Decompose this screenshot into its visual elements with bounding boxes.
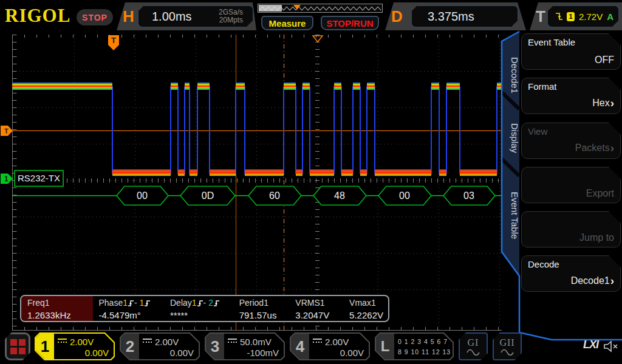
measurement-value: 5.2262V [349, 310, 383, 320]
rising-edge-icon [213, 299, 220, 307]
channel-offset: -100mV [228, 348, 279, 360]
channel-3-number: 3 [206, 334, 224, 359]
measurement-value: 3.2047V [295, 310, 338, 320]
measurement-vmax[interactable]: Vmax1 5.2262V [343, 296, 388, 321]
measurement-label: Vmax1 [349, 298, 383, 310]
channel-scale: 2.00V [70, 337, 94, 347]
channel-2-number: 2 [121, 334, 139, 359]
dc-coupling-icon [228, 339, 237, 345]
measure-button[interactable]: Measure [261, 16, 313, 30]
run-state-indicator: STOP [77, 9, 113, 25]
tab-decode1[interactable]: Decode1 [502, 46, 520, 104]
channel-2-box[interactable]: 2 2.00V 0.00V [120, 332, 200, 360]
measurement-phase[interactable]: Phase1- 1 -4.5479m° [93, 296, 165, 321]
delay-label: D [391, 7, 403, 26]
chevron-right-icon: › [610, 96, 614, 109]
channel-scale: 2.00V [325, 337, 349, 347]
rising-edge-icon [128, 299, 134, 307]
channel-4-number: 4 [291, 334, 309, 359]
trigger-position-letter: T [111, 36, 116, 45]
trigger-label: T [536, 7, 545, 26]
decode-byte: 00 [137, 190, 148, 201]
menu-jump-to[interactable]: Jump to [521, 211, 621, 248]
generator-1-box[interactable]: GI [459, 332, 488, 360]
stop-run-button[interactable]: STOP/RUN [321, 16, 379, 30]
measurement-label: VRMS1 [295, 298, 338, 310]
trigger-source-badge: 1 [567, 12, 575, 21]
chevron-right-icon: › [610, 141, 614, 154]
measurement-value: -4.5479m° [99, 310, 160, 320]
generator-2-box[interactable]: GII [493, 332, 522, 360]
channel-offset: 0.00V [143, 348, 194, 360]
channel-3-box[interactable]: 3 50.0mV -100mV [205, 332, 285, 360]
decode-byte: 03 [463, 190, 474, 201]
view-window-region[interactable] [259, 5, 282, 12]
decode-channel-number: 1 [4, 175, 9, 183]
measurement-delay[interactable]: Delay1- 2 ***** [164, 296, 233, 321]
measurement-value: 1.2633kHz [27, 310, 88, 320]
trigger-display[interactable]: 1 2.72V A [547, 5, 620, 28]
trigger-mode: A [607, 12, 618, 22]
menu-format[interactable]: Format Hex› [521, 78, 621, 114]
speaker-muted-icon[interactable] [603, 340, 619, 352]
measurement-panel[interactable]: Freq1 1.2633kHz Phase1- 1 -4.5479m° Dela… [20, 295, 389, 322]
oscilloscope-screen: RIGOL STOP H 1.00ms 2GSa/s 20Mpts Measur… [0, 0, 622, 364]
timebase-display[interactable]: 1.00ms 2GSa/s 20Mpts [137, 5, 254, 28]
channel-scale: 50.0mV [240, 337, 272, 347]
decode-byte: 0D [202, 190, 214, 201]
channel-offset: 0.00V [58, 348, 109, 360]
menu-grid-icon [10, 339, 26, 354]
measurement-freq[interactable]: Freq1 1.2633kHz [21, 296, 93, 321]
grid-vertical-lines [75, 35, 500, 331]
sine-wave-icon [500, 348, 514, 356]
dc-coupling-icon [143, 339, 152, 345]
tab-event-table[interactable]: Event Table [502, 182, 520, 249]
channel-scale: 2.00V [155, 337, 179, 347]
measurement-value: 791.57us [239, 310, 285, 320]
menu-export[interactable]: Export [521, 167, 621, 203]
decode-byte: 48 [334, 190, 345, 201]
generator-2-label: GII [499, 337, 514, 348]
rising-edge-icon [197, 299, 203, 307]
timebase-value: 1.00ms [138, 10, 192, 24]
decode-byte: 60 [269, 190, 280, 201]
decode-label-text: RS232-TX [18, 173, 60, 183]
channel-1-number: 1 [36, 334, 54, 359]
delay-group[interactable]: D 3.375ms [385, 2, 526, 30]
waveform-low-bands [112, 169, 497, 176]
measurement-vrms[interactable]: VRMS1 3.2047V [289, 296, 343, 321]
memory-position-bar[interactable] [258, 4, 383, 13]
menu-event-table[interactable]: Event Table OFF [521, 33, 621, 70]
channel-4-box[interactable]: 4 2.00V 0.00V [290, 332, 370, 360]
logic-channels-box[interactable]: L 0 1 2 3 4 5 6 7 8 9 10 11 12 13 14 15 [375, 332, 454, 360]
menu-view[interactable]: View Packets› [521, 123, 621, 159]
waveform-edges [112, 86, 497, 174]
trigger-level-value: 2.72V [579, 12, 603, 22]
measurement-period[interactable]: Period1 791.57us [233, 296, 290, 321]
trigger-group[interactable]: T 1 2.72V A [530, 2, 622, 30]
memory-depth: 20Mpts [219, 16, 243, 24]
dc-coupling-icon [58, 339, 67, 345]
decode-byte: 00 [399, 190, 410, 201]
measurement-label: Period1 [239, 298, 285, 310]
lxi-status: LXI [583, 339, 598, 351]
dc-coupling-icon [313, 339, 322, 345]
generator-1-label: GI [468, 337, 479, 348]
channel-1-box[interactable]: 1 2.00V 0.00V [35, 332, 115, 360]
chevron-right-icon: › [610, 274, 614, 287]
brand-logo: RIGOL [5, 5, 70, 27]
logic-label: L [376, 334, 394, 359]
horizontal-label: H [123, 7, 134, 26]
falling-edge-icon [555, 12, 562, 21]
menu-decode[interactable]: Decode Decode1› [521, 255, 621, 292]
channel-offset: 0.00V [313, 348, 364, 360]
tab-display[interactable]: Display [502, 115, 520, 161]
delay-value: 3.375ms [412, 10, 474, 24]
measurement-label: Freq1 [27, 298, 88, 310]
rising-edge-icon [144, 299, 151, 307]
trigger-level-letter: T [4, 127, 9, 135]
delay-display[interactable]: 3.375ms [411, 5, 519, 28]
waveform-display: 00 0D 60 48 00 03 1 RS232-TX T T [0, 35, 502, 331]
main-menu-button[interactable] [5, 332, 30, 360]
horizontal-group[interactable]: H 1.00ms 2GSa/s 20Mpts [117, 2, 256, 30]
